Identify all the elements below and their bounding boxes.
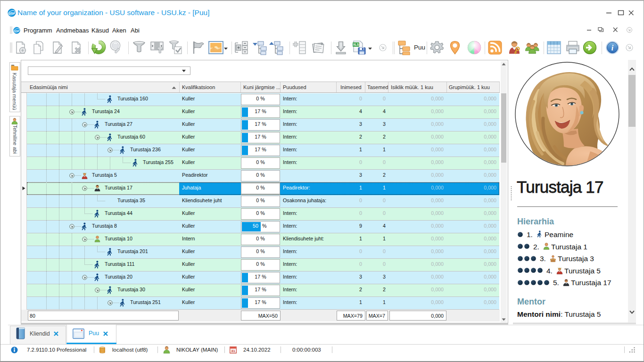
svg-text:i: i xyxy=(611,44,614,52)
svg-text:usu: usu xyxy=(14,29,19,32)
svg-text:31: 31 xyxy=(231,349,235,353)
svg-text:XLS: XLS xyxy=(353,43,359,46)
svg-text:usu: usu xyxy=(9,11,15,15)
